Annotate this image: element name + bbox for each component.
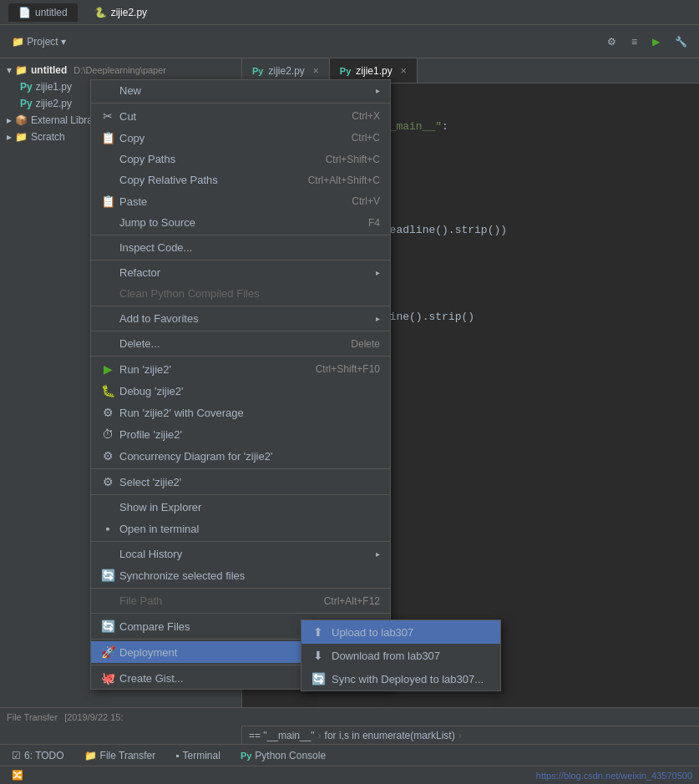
menu-show-explorer[interactable]: Show in Explorer	[91, 497, 390, 518]
tab-zijie2-close[interactable]: ×	[313, 65, 319, 77]
menu-deployment-label: Deployment	[119, 646, 177, 659]
submenu-sync-label: Sync with Deployed to lab307...	[332, 673, 484, 685]
run-shortcut: Ctrl+Shift+F10	[316, 363, 380, 375]
menu-inspect[interactable]: Inspect Code...	[91, 237, 390, 258]
menu-open-terminal[interactable]: ▪ Open in terminal	[91, 518, 390, 539]
menu-run[interactable]: ▶ Run 'zijie2' Ctrl+Shift+F10	[91, 358, 390, 380]
bottom-tabs: ☑ 6: TODO 📁 File Transfer ▪ Terminal Py …	[0, 744, 699, 766]
menu-copy-paths[interactable]: Copy Paths Ctrl+Shift+C	[91, 149, 390, 169]
menu-new-label: New	[119, 84, 141, 97]
zijie1-icon: Py	[20, 81, 33, 93]
menu-delete-label: Delete...	[119, 337, 160, 350]
menu-copy-paths-label: Copy Paths	[119, 153, 175, 165]
toolbar-run[interactable]: ▶	[647, 33, 665, 50]
sidebar-zijie1-label: zijie1.py	[36, 81, 72, 93]
breadcrumb: == "__main__" › for i,s in enumerate(mar…	[242, 726, 699, 744]
menu-create-gist-label: Create Gist...	[119, 672, 184, 685]
tab-zijie1-close[interactable]: ×	[401, 65, 407, 77]
sep-8	[91, 494, 390, 495]
menu-sync-label: Synchronize selected files	[119, 569, 245, 582]
scratch-icon: 📁	[15, 131, 28, 143]
menu-paste[interactable]: 📋 Paste Ctrl+V	[91, 190, 390, 212]
refactor-arrow: ▸	[376, 268, 380, 277]
menu-local-history[interactable]: Local History ▸	[91, 544, 390, 564]
menu-debug-label: Debug 'zijie2'	[119, 385, 184, 397]
bottom-tab-terminal[interactable]: ▪ Terminal	[167, 747, 229, 764]
filepath-shortcut: Ctrl+Alt+F12	[324, 595, 380, 607]
deployment-submenu: ⬆ Upload to lab307 ⬇ Download from lab30…	[301, 620, 501, 691]
menu-local-history-label: Local History	[119, 548, 182, 560]
menu-new[interactable]: New ▸	[91, 80, 390, 101]
bottom-tab-python[interactable]: Py Python Console	[232, 747, 334, 764]
status-url: https://blog.csdn.net/weixin_43570500	[536, 771, 692, 781]
terminal-icon: ▪	[101, 522, 114, 535]
filetransfer-icon: 📁	[84, 750, 97, 761]
menu-copy-relative[interactable]: Copy Relative Paths Ctrl+Alt+Shift+C	[91, 169, 390, 190]
sep-5	[91, 331, 390, 331]
menu-refactor-label: Refactor	[119, 266, 160, 279]
bc-sep-2: ›	[458, 730, 462, 741]
menu-copy[interactable]: 📋 Copy Ctrl+C	[91, 127, 390, 149]
menu-cut[interactable]: ✂ Cut Ctrl+X	[91, 105, 390, 127]
toolbar-settings[interactable]: ⚙	[602, 33, 621, 50]
cut-shortcut: Ctrl+X	[352, 110, 380, 122]
menu-delete[interactable]: Delete... Delete	[91, 333, 390, 354]
submenu-upload[interactable]: ⬆ Upload to lab307	[301, 620, 500, 644]
project-dropdown[interactable]: 📁 Project ▾	[7, 33, 71, 50]
python-label: Python Console	[255, 750, 326, 761]
menu-run-label: Run 'zijie2'	[119, 363, 171, 376]
title-tab-untitled[interactable]: 📄 untitled	[8, 3, 78, 22]
bc-sep-1: ›	[318, 730, 322, 741]
project-label: Project	[27, 36, 58, 48]
menu-copy-relative-label: Copy Relative Paths	[119, 174, 218, 186]
project-arrow: ▾	[61, 36, 66, 48]
deployment-icon: 🚀	[101, 645, 114, 659]
menu-sync[interactable]: 🔄 Synchronize selected files	[91, 564, 390, 586]
sep-9	[91, 541, 390, 542]
menu-cut-label: Cut	[119, 110, 136, 123]
tab-zijie1-label: zijie1.py	[356, 65, 392, 77]
todo-icon: ☑	[12, 750, 21, 761]
menu-add-favorites[interactable]: Add to Favorites ▸	[91, 308, 390, 329]
sep-1	[91, 103, 390, 104]
copy-relative-shortcut: Ctrl+Alt+Shift+C	[308, 175, 380, 186]
menu-compare-label: Compare Files	[119, 620, 190, 633]
profile-icon: ⏱	[101, 427, 114, 441]
menu-profile[interactable]: ⏱ Profile 'zijie2'	[91, 423, 390, 445]
menu-jump-source[interactable]: Jump to Source F4	[91, 212, 390, 233]
notif-timestamp: [2019/9/22 15:	[64, 712, 123, 722]
toolbar-tool[interactable]: 🔧	[670, 33, 692, 50]
bc-part-2: for i,s in enumerate(markList)	[325, 730, 455, 741]
sync-icon: 🔄	[101, 569, 114, 582]
git-icon: 🔀	[12, 770, 23, 781]
toolbar-menu[interactable]: ≡	[626, 33, 642, 50]
notif-label: File Transfer	[7, 712, 58, 722]
upload-icon: ⬆	[312, 625, 325, 639]
sidebar-root-label: untitled	[31, 64, 67, 76]
paste-icon: 📋	[101, 195, 114, 208]
sep-11	[91, 613, 390, 614]
menu-select[interactable]: ⚙ Select 'zijie2'	[91, 471, 390, 493]
title-tab-zijie2[interactable]: 🐍 zijie2.py	[84, 3, 157, 22]
status-git[interactable]: 🔀	[7, 768, 28, 782]
title-bar: 📄 untitled 🐍 zijie2.py	[0, 0, 699, 25]
bottom-tab-todo[interactable]: ☑ 6: TODO	[3, 747, 73, 764]
menu-debug[interactable]: 🐛 Debug 'zijie2'	[91, 380, 390, 402]
tab-zijie2-icon: Py	[252, 66, 263, 76]
submenu-sync[interactable]: 🔄 Sync with Deployed to lab307...	[301, 667, 500, 690]
bottom-tab-filetransfer[interactable]: 📁 File Transfer	[76, 747, 165, 764]
concurrency-icon: ⚙	[101, 449, 114, 463]
submenu-download[interactable]: ⬇ Download from lab307	[301, 644, 500, 667]
coverage-icon: ⚙	[101, 406, 114, 419]
python-icon: Py	[241, 751, 251, 761]
external-arrow: ▸	[7, 114, 12, 126]
sep-7	[91, 468, 390, 469]
menu-coverage-label: Run 'zijie2' with Coverage	[119, 407, 244, 419]
menu-profile-label: Profile 'zijie2'	[119, 428, 182, 441]
menu-refactor[interactable]: Refactor ▸	[91, 262, 390, 283]
menu-concurrency[interactable]: ⚙ Concurrency Diagram for 'zijie2'	[91, 445, 390, 467]
terminal2-icon: ▪	[175, 750, 179, 761]
sidebar-root[interactable]: ▾ 📁 untitled D:\Deeplearning\paper	[0, 62, 241, 78]
menu-run-coverage[interactable]: ⚙ Run 'zijie2' with Coverage	[91, 402, 390, 423]
submenu-download-label: Download from lab307	[332, 650, 440, 662]
